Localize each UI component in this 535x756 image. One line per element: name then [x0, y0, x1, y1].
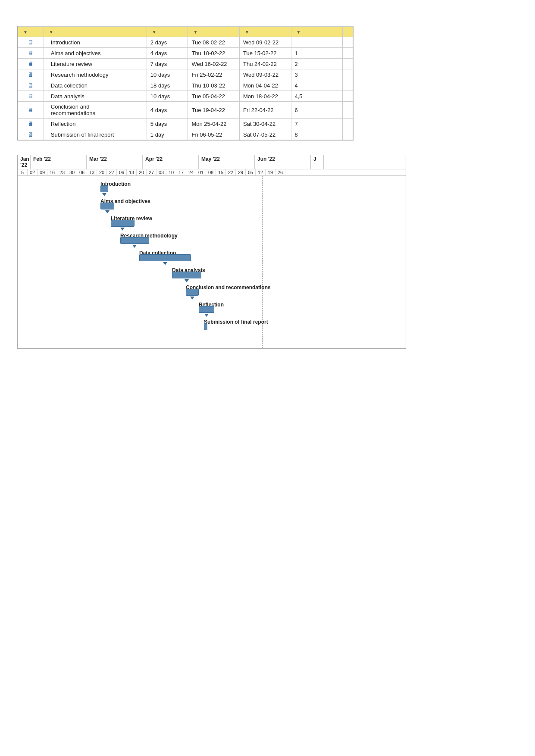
task-start-cell: Tue 05-04-22	[188, 91, 240, 102]
task-mode-cell: 🖥	[18, 80, 44, 91]
header-start[interactable]: ▼	[188, 27, 240, 37]
task-start-cell: Thu 10-03-22	[188, 80, 240, 91]
task-finish-cell: Wed 09-03-22	[239, 69, 291, 80]
task-duration-cell: 10 days	[147, 69, 188, 80]
task-name-cell: Reflection	[44, 119, 147, 129]
gantt-task-bar[interactable]	[100, 185, 108, 192]
task-finish-cell: Tue 15-02-22	[239, 48, 291, 59]
task-mode-icon: 🖥	[28, 93, 34, 100]
task-mode-icon: 🖥	[28, 82, 34, 89]
start-sort-arrow[interactable]: ▼	[193, 30, 197, 34]
task-duration-cell: 18 days	[147, 80, 188, 91]
mode-sort-arrow[interactable]: ▼	[23, 30, 28, 34]
gantt-task-bar[interactable]	[100, 203, 114, 209]
header-flags[interactable]	[343, 27, 353, 37]
gantt-day-label: 06	[77, 169, 87, 175]
task-flags-cell	[343, 59, 353, 69]
task-mode-cell: 🖥	[18, 129, 44, 140]
task-name-cell: Aims and objectives	[44, 48, 147, 59]
gantt-day-label: 10	[166, 169, 176, 175]
gantt-day-label: 20	[137, 169, 147, 175]
gantt-day-label: 23	[57, 169, 67, 175]
task-mode-icon: 🖥	[28, 50, 34, 56]
task-mode-cell: 🖥	[18, 102, 44, 119]
table-row: 🖥Introduction2 daysTue 08-02-22Wed 09-02…	[18, 37, 353, 48]
task-flags-cell	[343, 91, 353, 102]
header-finish[interactable]: ▼	[239, 27, 291, 37]
gantt-day-label: 12	[256, 169, 266, 175]
gantt-month-label: Feb '22	[31, 155, 87, 169]
task-duration-cell: 5 days	[147, 119, 188, 129]
gantt-task-bar[interactable]	[204, 323, 207, 330]
task-mode-icon: 🖥	[28, 71, 34, 78]
gantt-connector-arrow	[105, 210, 110, 213]
task-finish-cell: Sat 07-05-22	[239, 129, 291, 140]
gantt-day-headers: 5020916233006132027061320270310172401081…	[18, 169, 406, 176]
gantt-day-label: 03	[156, 169, 166, 175]
task-start-cell: Wed 16-02-22	[188, 59, 240, 69]
gantt-month-label: Jun '22	[255, 155, 311, 169]
gantt-day-label: 26	[275, 169, 285, 175]
task-mode-icon: 🖥	[28, 60, 34, 67]
task-start-cell: Fri 06-05-22	[188, 129, 240, 140]
gantt-task-bar[interactable]	[172, 272, 201, 278]
task-mode-cell: 🖥	[18, 59, 44, 69]
gantt-day-label: 05	[246, 169, 256, 175]
task-mode-icon: 🖥	[28, 106, 34, 113]
gantt-month-label: May '22	[199, 155, 255, 169]
gantt-task-bar[interactable]	[111, 220, 135, 227]
header-duration[interactable]: ▼	[147, 27, 188, 37]
gantt-connector-arrow	[204, 314, 209, 317]
gantt-day-label: 01	[196, 169, 206, 175]
task-predecessors-cell: 3	[291, 69, 343, 80]
task-duration-cell: 4 days	[147, 48, 188, 59]
pred-sort-arrow[interactable]: ▼	[297, 30, 301, 34]
gantt-day-label: 06	[117, 169, 127, 175]
task-mode-cell: 🖥	[18, 91, 44, 102]
gantt-day-label: 20	[97, 169, 107, 175]
gantt-task-bar[interactable]	[139, 254, 191, 261]
task-mode-cell: 🖥	[18, 37, 44, 48]
table-row: 🖥Research methodology10 daysFri 25-02-22…	[18, 69, 353, 80]
gantt-task-bar[interactable]	[120, 237, 149, 244]
task-predecessors-cell: 7	[291, 119, 343, 129]
task-predecessors-cell: 4	[291, 80, 343, 91]
gantt-task-bar[interactable]	[199, 306, 214, 313]
task-finish-cell: Mon 04-04-22	[239, 80, 291, 91]
gantt-connector-arrow	[132, 245, 137, 248]
task-duration-cell: 10 days	[147, 91, 188, 102]
task-duration-cell: 2 days	[147, 37, 188, 48]
gantt-body-area: IntroductionAims and objectivesLiteratur…	[18, 176, 406, 348]
task-predecessors-cell: 8	[291, 129, 343, 140]
task-finish-cell: Sat 30-04-22	[239, 119, 291, 129]
task-mode-icon: 🖥	[28, 120, 34, 127]
table-row: 🖥Data collection18 daysThu 10-03-22Mon 0…	[18, 80, 353, 91]
task-duration-cell: 1 day	[147, 129, 188, 140]
gantt-connector-arrow	[120, 228, 125, 231]
gantt-day-label: 13	[127, 169, 137, 175]
task-predecessors-cell: 1	[291, 48, 343, 59]
gantt-task-bar[interactable]	[186, 289, 199, 296]
gantt-day-label: 27	[147, 169, 156, 175]
task-name-cell: Data analysis	[44, 91, 147, 102]
gantt-day-label: 16	[47, 169, 57, 175]
task-flags-cell	[343, 37, 353, 48]
finish-sort-arrow[interactable]: ▼	[245, 30, 249, 34]
gantt-task-label: Submission of final report	[204, 319, 268, 325]
task-name-cell: Introduction	[44, 37, 147, 48]
header-task-mode[interactable]: ▼	[18, 27, 44, 37]
task-flags-cell	[343, 69, 353, 80]
gantt-month-headers: Jan '22Feb '22Mar '22Apr '22May '22Jun '…	[18, 155, 406, 169]
task-mode-icon: 🖥	[28, 39, 34, 46]
taskname-sort-arrow[interactable]: ▼	[49, 30, 53, 34]
header-predecessors[interactable]: ▼	[291, 27, 343, 37]
header-task-name[interactable]: ▼	[44, 27, 147, 37]
table-row: 🖥Literature review7 daysWed 16-02-22Thu …	[18, 59, 353, 69]
gantt-day-label: 24	[186, 169, 196, 175]
task-name-cell: Research methodology	[44, 69, 147, 80]
table-row: 🖥Submission of final report1 dayFri 06-0…	[18, 129, 353, 140]
duration-sort-arrow[interactable]: ▼	[152, 30, 156, 34]
task-name-cell: Conclusion andrecommendations	[44, 102, 147, 119]
task-finish-cell: Wed 09-02-22	[239, 37, 291, 48]
task-mode-icon: 🖥	[28, 131, 34, 138]
